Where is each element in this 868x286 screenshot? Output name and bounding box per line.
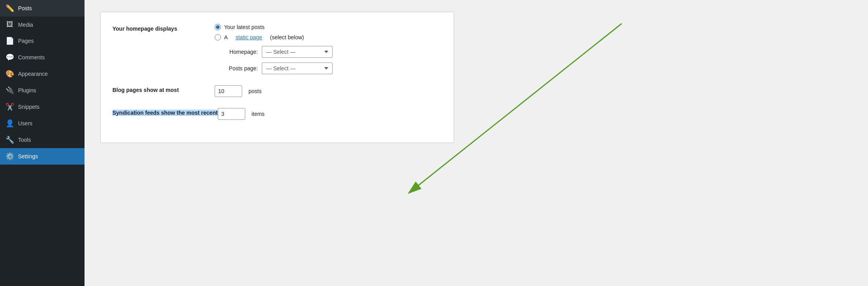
main-content: Your homepage displays Your latest posts… [85,0,868,286]
pages-icon: 📄 [6,37,14,45]
homepage-displays-row: Your homepage displays Your latest posts… [112,24,442,74]
sidebar: ✏️ Posts 🖼 Media 📄 Pages 💬 Comments 🎨 Ap… [0,0,85,286]
homepage-select-row: Homepage: — Select — [215,46,442,58]
sidebar-item-plugins[interactable]: 🔌 Plugins [0,82,85,99]
sidebar-item-label: Comments [18,54,45,60]
radio-static-page-prefix: A [224,34,228,40]
syndication-label: Syndication feeds show the most recent [112,108,218,116]
radio-static-page-option[interactable]: A static page (select below) [215,34,442,40]
syndication-content: items [218,108,442,120]
syndication-row: Syndication feeds show the most recent i… [112,108,442,120]
blog-pages-input[interactable] [215,85,242,97]
blog-pages-content: posts [215,85,442,97]
posts-page-select-label: Posts page: [215,65,258,72]
posts-icon: ✏️ [6,4,14,13]
homepage-displays-content: Your latest posts A static page (select … [215,24,442,74]
sidebar-item-pages[interactable]: 📄 Pages [0,33,85,49]
syndication-suffix: items [252,111,265,117]
sidebar-item-label: Media [18,22,33,28]
sidebar-item-label: Posts [18,5,32,11]
comments-icon: 💬 [6,53,14,62]
sidebar-item-label: Pages [18,38,34,44]
settings-icon: ⚙️ [6,152,14,161]
plugins-icon: 🔌 [6,86,14,95]
homepage-select[interactable]: — Select — [262,46,333,58]
sidebar-item-posts[interactable]: ✏️ Posts [0,0,85,16]
sidebar-item-settings[interactable]: ⚙️ Settings [0,148,85,165]
homepage-displays-label: Your homepage displays [112,24,215,32]
posts-page-select-row: Posts page: — Select — [215,62,442,74]
appearance-icon: 🎨 [6,70,14,78]
snippets-icon: ✂️ [6,103,14,111]
blog-pages-suffix: posts [248,88,261,94]
blog-pages-row: Blog pages show at most posts [112,85,442,97]
homepage-select-label: Homepage: [215,49,258,55]
page-select-group: Homepage: — Select — Posts page: — Selec… [215,46,442,74]
static-page-link[interactable]: static page [235,34,262,40]
settings-form: Your homepage displays Your latest posts… [100,12,454,143]
sidebar-item-label: Appearance [18,71,48,77]
homepage-radio-group: Your latest posts A static page (select … [215,24,442,40]
radio-static-page[interactable] [215,34,221,40]
sidebar-item-snippets[interactable]: ✂️ Snippets [0,99,85,115]
static-page-suffix: (select below) [270,34,304,40]
posts-page-select[interactable]: — Select — [262,62,333,74]
syndication-highlighted-text: Syndication feeds show the most recent [112,110,218,116]
sidebar-item-users[interactable]: 👤 Users [0,115,85,132]
sidebar-item-media[interactable]: 🖼 Media [0,16,85,33]
sidebar-item-label: Plugins [18,87,36,94]
syndication-input[interactable] [218,108,245,120]
sidebar-item-tools[interactable]: 🔧 Tools [0,132,85,148]
radio-latest-posts-option[interactable]: Your latest posts [215,24,442,30]
sidebar-item-label: Users [18,120,33,126]
radio-latest-posts[interactable] [215,24,221,30]
sidebar-item-label: Settings [18,153,38,160]
sidebar-item-appearance[interactable]: 🎨 Appearance [0,66,85,82]
sidebar-item-comments[interactable]: 💬 Comments [0,49,85,66]
media-icon: 🖼 [6,20,14,29]
sidebar-item-label: Snippets [18,104,39,110]
users-icon: 👤 [6,119,14,128]
tools-icon: 🔧 [6,136,14,144]
sidebar-item-label: Tools [18,137,31,143]
blog-pages-label: Blog pages show at most [112,85,215,93]
radio-latest-posts-label: Your latest posts [224,24,265,30]
